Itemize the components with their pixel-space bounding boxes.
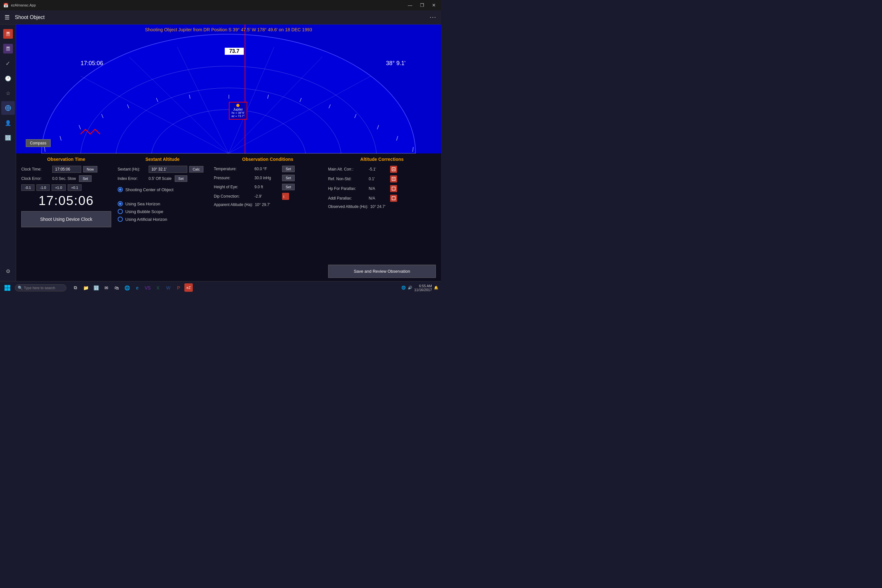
radio-center-object[interactable]: Shooting Center of Object	[118, 187, 208, 192]
taskbar-file-explorer[interactable]: 📁	[81, 284, 90, 292]
hp-icon[interactable]	[390, 185, 397, 192]
pressure-set-button[interactable]: Set	[282, 175, 295, 181]
height-value: 9.0 ft	[254, 185, 280, 189]
taskbar-search[interactable]: 🔍 Type here to search	[15, 284, 66, 291]
pressure-value: 30.0 inHg	[254, 176, 280, 180]
more-options-button[interactable]: ···	[430, 14, 436, 21]
taskbar-ppt[interactable]: P	[174, 284, 183, 292]
hamburger-menu[interactable]: ☰	[4, 14, 10, 21]
radio-bubble-indicator	[118, 209, 123, 214]
dip-row: Dip Correction: -2.9' i	[214, 193, 321, 200]
taskbar-sound-icon: 🔊	[408, 286, 412, 290]
inc-1-button[interactable]: +1.0	[52, 184, 66, 191]
ref-icon[interactable]	[390, 176, 397, 183]
jupiter-marker: Jupiter hc = 38°6' az = 73.7°	[229, 102, 247, 120]
taskbar-ezalmanac[interactable]: eZ	[184, 284, 193, 292]
altitude-corrections-panel: Altitude Corrections Main Alt. Corr.: -5…	[328, 157, 436, 278]
save-review-button[interactable]: Save and Review Observation	[328, 265, 436, 278]
index-error-set-button[interactable]: Set	[175, 176, 187, 182]
dip-info-icon[interactable]: i	[282, 193, 289, 200]
shoot-device-clock-button[interactable]: Shoot Using Device Clock	[21, 211, 111, 227]
ref-label: Ref. Non-Std:	[328, 177, 367, 181]
close-button[interactable]: ✕	[430, 3, 438, 8]
sidebar-item-star[interactable]: ☆	[1, 86, 15, 100]
hp-row: Hp For Parallax: N/A	[328, 185, 436, 192]
index-error-row: Index Error: 0.5' Off Scale Set	[118, 176, 208, 182]
clock-error-label: Clock Error:	[21, 176, 50, 181]
compass-button[interactable]: Compass	[26, 139, 51, 147]
app-name: ezAlmanac.App	[11, 3, 36, 7]
clock-error-set-button[interactable]: Set	[79, 176, 92, 182]
apparent-label: Apparent Altitude (Ha):	[214, 202, 253, 207]
radio-center-indicator	[118, 187, 123, 192]
dec-01-button[interactable]: -0.1	[21, 184, 34, 191]
svg-rect-4	[7, 47, 9, 48]
big-time-display: 17:05:06	[21, 194, 111, 208]
taskbar-ie[interactable]: e	[133, 284, 142, 292]
taskbar-store[interactable]: 🛍	[112, 284, 121, 292]
sky-view: Shooting Object Jupiter from DR Position…	[16, 24, 441, 153]
clock-time-input[interactable]	[52, 166, 81, 173]
jupiter-hc: hc = 38°6'	[231, 111, 244, 114]
sidebar-item-book1[interactable]	[1, 27, 15, 40]
taskbar-clock: 6:55 AM 11/16/2017	[414, 284, 432, 292]
taskbar-right: 🌐 🔊 6:55 AM 11/16/2017 🔔	[401, 284, 438, 292]
radio-artificial-label: Using Artificial Horizon	[125, 217, 167, 222]
minimize-button[interactable]: —	[406, 3, 414, 8]
taskbar-excel[interactable]: X	[153, 284, 162, 292]
sidebar-item-clock[interactable]: 🕐	[1, 72, 15, 85]
taskbar-apps: ⧉ 📁 🔢 ✉ 🛍 🌐 e VS X W P eZ	[71, 284, 193, 292]
sidebar-item-scope[interactable]	[1, 101, 15, 115]
pressure-row: Pressure: 30.0 inHg Set	[214, 175, 321, 181]
addl-icon[interactable]	[390, 195, 397, 202]
temperature-set-button[interactable]: Set	[282, 166, 295, 172]
inc-01-button[interactable]: +0.1	[68, 184, 82, 191]
calc-button[interactable]: Calc	[189, 166, 203, 172]
observed-value: 10° 24.7'	[370, 204, 389, 209]
observation-time-panel: Observation Time Clock Time: Now Clock E…	[21, 157, 111, 278]
radio-bubble-scope[interactable]: Using Bubble Scope	[118, 209, 208, 214]
hp-value: N/A	[369, 186, 388, 191]
clock-time-row: Clock Time: Now	[21, 166, 111, 173]
sidebar-item-person[interactable]: 👤	[1, 116, 15, 130]
radio-bubble-label: Using Bubble Scope	[125, 209, 164, 214]
hp-label: Hp For Parallax:	[328, 186, 367, 191]
sky-time-left: 17:05:06	[81, 60, 103, 67]
maximize-button[interactable]: ❐	[418, 3, 426, 8]
taskbar-task-view[interactable]: ⧉	[71, 284, 80, 292]
height-label: Height of Eye:	[214, 185, 252, 189]
taskbar-vs[interactable]: VS	[143, 284, 152, 292]
radio-sea-label: Using Sea Horizon	[125, 201, 160, 206]
taskbar-notification-icon[interactable]: 🔔	[434, 286, 438, 290]
conditions-title: Observation Conditions	[214, 157, 321, 162]
taskbar-word[interactable]: W	[164, 284, 173, 292]
title-bar: 📅 ezAlmanac.App — ❐ ✕	[0, 0, 441, 10]
sextant-hs-label: Sextant (Hs):	[118, 167, 147, 171]
height-set-button[interactable]: Set	[282, 184, 295, 190]
radio-artificial-horizon[interactable]: Using Artificial Horizon	[118, 217, 208, 222]
app-bar: ☰ Shoot Object ···	[0, 10, 441, 24]
sidebar-item-check[interactable]: ✓	[1, 57, 15, 70]
observed-row: Observed Altitude (Ho): 10° 24.7'	[328, 204, 436, 209]
radio-sea-horizon[interactable]: Using Sea Horizon	[118, 201, 208, 206]
taskbar-calculator[interactable]: 🔢	[92, 284, 100, 292]
sidebar-item-settings[interactable]: ⚙	[1, 264, 15, 278]
svg-rect-42	[8, 285, 10, 288]
dip-label: Dip Correction:	[214, 194, 252, 199]
azimuth-value: 73.7	[229, 48, 239, 54]
dec-1-button[interactable]: -1.0	[36, 184, 50, 191]
observation-conditions-panel: Observation Conditions Temperature: 60.0…	[214, 157, 321, 278]
apparent-altitude-row: Apparent Altitude (Ha): 10° 29.7'	[214, 202, 321, 207]
taskbar-email[interactable]: ✉	[102, 284, 111, 292]
sextant-hs-input[interactable]	[148, 166, 187, 173]
start-button[interactable]	[3, 283, 12, 293]
sidebar-item-book2[interactable]	[1, 42, 15, 56]
sidebar-item-calc[interactable]: 🔢	[1, 131, 15, 144]
taskbar-edge[interactable]: 🌐	[123, 284, 132, 292]
dip-value: -2.9'	[254, 194, 280, 199]
main-corr-icon[interactable]	[390, 166, 397, 173]
taskbar-network-icon: 🌐	[401, 286, 406, 290]
increment-row: -0.1 -1.0 +1.0 +0.1	[21, 184, 111, 191]
svg-text:i: i	[284, 194, 284, 199]
now-button[interactable]: Now	[83, 166, 98, 172]
